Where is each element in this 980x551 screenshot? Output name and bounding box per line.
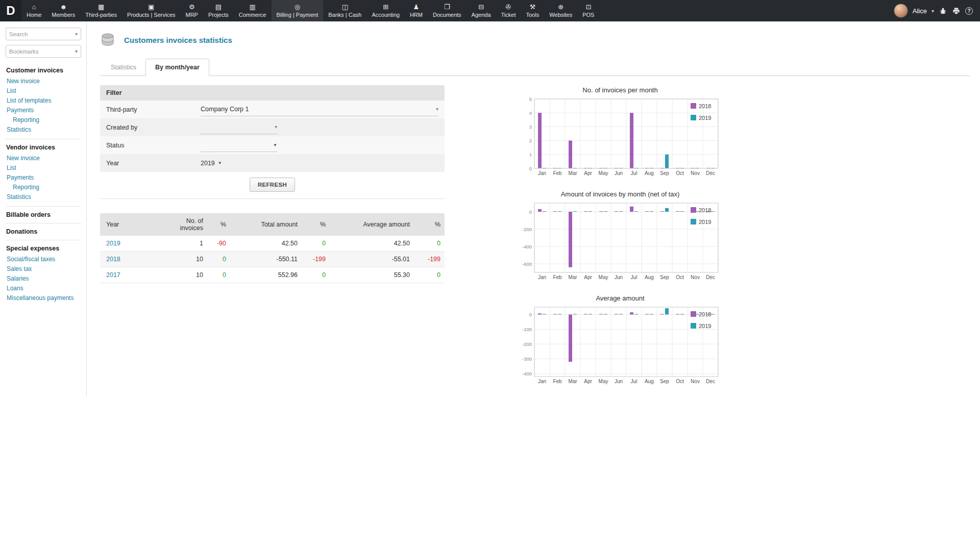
third-party-select[interactable]: Company Corp 1 ▾ bbox=[201, 103, 438, 116]
tabs-bar: Statistics By month/year bbox=[100, 59, 970, 76]
products-icon: ▣ bbox=[148, 4, 154, 10]
status-select[interactable]: ▼ bbox=[201, 139, 277, 152]
top-menu-third-parties[interactable]: ▦Third-parties bbox=[80, 0, 122, 21]
sidebar-section-donations: Donations bbox=[6, 223, 81, 240]
svg-text:Nov: Nov bbox=[691, 274, 700, 280]
top-menu-billing-payment[interactable]: ◎Billing | Payment bbox=[272, 0, 324, 21]
tab-by-month-year[interactable]: By month/year bbox=[145, 59, 209, 76]
svg-text:Jan: Jan bbox=[538, 379, 546, 384]
year-link[interactable]: 2019 bbox=[100, 236, 158, 252]
members-icon: ☻ bbox=[60, 4, 67, 10]
select-arrow-icon: ▼ bbox=[273, 143, 277, 147]
sidebar-item-miscellaneous-payments[interactable]: Miscellaneous payments bbox=[6, 293, 81, 303]
sidebar-item-new-invoice[interactable]: New invoice bbox=[6, 76, 81, 86]
sidebar-section-title: Customer invoices bbox=[6, 67, 81, 74]
top-menu-banks-cash[interactable]: ◫Banks | Cash bbox=[323, 0, 366, 21]
refresh-button[interactable]: REFRESH bbox=[250, 178, 295, 192]
top-menu-members[interactable]: ☻Members bbox=[46, 0, 80, 21]
statistics-table: YearNo. of invoices%Total amount%Average… bbox=[100, 213, 445, 283]
top-menu-mrp[interactable]: ⚙MRP bbox=[181, 0, 203, 21]
results-header-5: Average amount bbox=[330, 213, 414, 236]
top-menu-agenda[interactable]: ⊟Agenda bbox=[467, 0, 496, 21]
svg-text:3: 3 bbox=[529, 124, 532, 130]
top-menu-label: Agenda bbox=[472, 12, 491, 18]
top-menu-label: Websites bbox=[549, 12, 572, 18]
svg-text:May: May bbox=[599, 379, 608, 384]
results-cell: -199 bbox=[302, 252, 330, 267]
chart-plot: 0-200-400-600JanFebMarAprMayJunJulAugSep… bbox=[518, 200, 722, 285]
sidebar-item-statistics[interactable]: Statistics bbox=[6, 124, 81, 134]
svg-text:Jul: Jul bbox=[631, 170, 638, 176]
bookmarks-box[interactable]: ▾ bbox=[6, 45, 81, 58]
svg-text:Sep: Sep bbox=[660, 170, 669, 176]
year-select[interactable]: 2019 ▼ bbox=[201, 160, 222, 167]
svg-text:1: 1 bbox=[529, 152, 532, 157]
top-menu-pos[interactable]: ⊡POS bbox=[577, 0, 599, 21]
top-menu-accounting[interactable]: ⊞Accounting bbox=[366, 0, 404, 21]
sidebar-item-salaries[interactable]: Salaries bbox=[6, 273, 81, 283]
filter-row-year: Year 2019 ▼ bbox=[100, 154, 445, 172]
top-menu-projects[interactable]: ▤Projects bbox=[203, 0, 234, 21]
year-link[interactable]: 2018 bbox=[100, 252, 158, 267]
svg-text:Jun: Jun bbox=[615, 274, 623, 280]
filter-row-status: Status ▼ bbox=[100, 136, 445, 154]
search-input[interactable] bbox=[9, 31, 75, 37]
svg-text:Jul: Jul bbox=[631, 379, 638, 384]
results-header-3: Total amount bbox=[230, 213, 302, 236]
top-menu-hrm[interactable]: ♟HRM bbox=[405, 0, 428, 21]
top-menu-ticket[interactable]: ✇Ticket bbox=[496, 0, 521, 21]
user-avatar[interactable] bbox=[894, 4, 908, 18]
year-value: 2019 bbox=[201, 160, 215, 167]
sidebar-item-payments[interactable]: Payments bbox=[6, 105, 81, 115]
chevron-down-icon[interactable]: ▾ bbox=[932, 8, 934, 14]
sidebar-item-loans[interactable]: Loans bbox=[6, 283, 81, 293]
top-menu-label: Projects bbox=[208, 12, 229, 18]
sidebar-item-list[interactable]: List bbox=[6, 163, 81, 172]
top-menu-home[interactable]: ⌂Home bbox=[21, 0, 46, 21]
top-menu-commerce[interactable]: ▥Commerce bbox=[234, 0, 272, 21]
top-menu-label: Commerce bbox=[239, 12, 266, 18]
billing-icon: ◎ bbox=[295, 4, 300, 10]
svg-text:Feb: Feb bbox=[553, 170, 562, 176]
print-icon[interactable] bbox=[952, 7, 961, 15]
sidebar-item-list[interactable]: List bbox=[6, 86, 81, 95]
bug-report-icon[interactable] bbox=[939, 7, 947, 15]
sidebar-item-statistics[interactable]: Statistics bbox=[6, 192, 81, 202]
select-arrow-icon: ▼ bbox=[218, 161, 222, 165]
svg-text:Nov: Nov bbox=[691, 379, 700, 384]
top-menu-tools[interactable]: ⚒Tools bbox=[521, 0, 544, 21]
chevron-down-icon: ▾ bbox=[75, 32, 78, 37]
chart-title: Average amount bbox=[518, 294, 722, 302]
top-menu-label: Members bbox=[52, 12, 75, 18]
svg-text:Mar: Mar bbox=[568, 170, 577, 176]
sidebar-sections: Customer invoicesNew invoiceListList of … bbox=[6, 62, 81, 307]
user-name[interactable]: Alice bbox=[913, 7, 927, 15]
sidebar-item-list-of-templates[interactable]: List of templates bbox=[6, 95, 81, 105]
results-cell: 0 bbox=[207, 267, 230, 283]
sidebar-item-reporting[interactable]: Reporting bbox=[6, 115, 81, 124]
help-icon[interactable]: ? bbox=[965, 7, 973, 15]
search-box[interactable]: ▾ bbox=[6, 28, 81, 40]
top-menu-documents[interactable]: ❐Documents bbox=[428, 0, 467, 21]
sidebar-section-title: Vendor invoices bbox=[6, 144, 81, 151]
sidebar-item-social-fiscal-taxes[interactable]: Social/fiscal taxes bbox=[6, 254, 81, 264]
top-menu-websites[interactable]: ⊕Websites bbox=[544, 0, 577, 21]
year-link[interactable]: 2017 bbox=[100, 267, 158, 283]
sidebar-item-new-invoice[interactable]: New invoice bbox=[6, 153, 81, 163]
commerce-icon: ▥ bbox=[249, 4, 255, 10]
created-by-select[interactable]: ▾ bbox=[201, 121, 277, 134]
status-label: Status bbox=[106, 142, 201, 149]
dolibarr-logo[interactable]: D bbox=[0, 0, 21, 21]
sidebar-section-customer-invoices: Customer invoicesNew invoiceListList of … bbox=[6, 62, 81, 139]
results-header-1: No. of invoices bbox=[158, 213, 207, 236]
projects-icon: ▤ bbox=[215, 4, 222, 10]
bookmarks-input[interactable] bbox=[9, 48, 75, 55]
documents-icon: ❐ bbox=[444, 4, 450, 10]
top-menu-products-services[interactable]: ▣Products | Services bbox=[122, 0, 181, 21]
invoices-statistics-icon bbox=[100, 33, 115, 48]
sidebar-item-sales-tax[interactable]: Sales tax bbox=[6, 264, 81, 273]
tab-statistics[interactable]: Statistics bbox=[102, 59, 145, 76]
sidebar-item-reporting[interactable]: Reporting bbox=[6, 182, 81, 192]
svg-text:2018: 2018 bbox=[699, 207, 711, 213]
sidebar-item-payments[interactable]: Payments bbox=[6, 172, 81, 182]
